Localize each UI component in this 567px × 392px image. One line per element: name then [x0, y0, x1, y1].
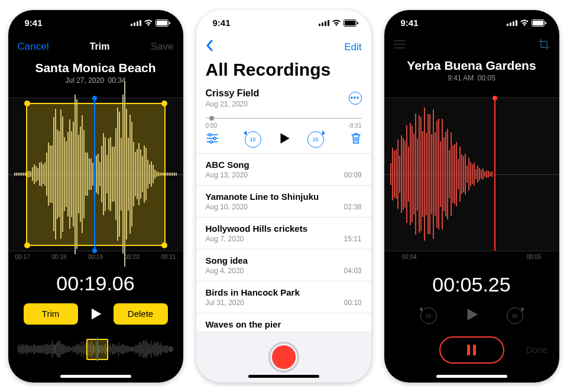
item-date: Aug 7, 2020: [206, 235, 308, 243]
svg-rect-13: [357, 22, 358, 24]
options-icon[interactable]: [206, 133, 219, 146]
trim-nav: Cancel Trim Save: [8, 36, 183, 57]
status-icons: [507, 20, 546, 27]
status-icons: [319, 20, 358, 27]
overview-waveform[interactable]: [18, 338, 174, 361]
play-button[interactable]: [463, 306, 481, 326]
skip-forward-button[interactable]: 15: [307, 131, 324, 148]
recording-meta: Jul 27, 2020 00:34: [8, 76, 183, 85]
svg-rect-2: [137, 21, 138, 26]
trim-handle-left-top[interactable]: [24, 101, 30, 106]
trim-screen: 9:41 Cancel Trim Save Santa Monica Beach…: [8, 10, 183, 383]
skip-back-button[interactable]: 15: [420, 307, 437, 324]
item-name: Hollywood Hills crickets: [206, 223, 308, 234]
svg-rect-10: [328, 20, 329, 26]
skip-back-button[interactable]: 15: [245, 131, 261, 148]
rec-top-row: [384, 36, 559, 55]
more-button[interactable]: •••: [349, 92, 362, 105]
cellular-icon: [319, 20, 329, 26]
trash-icon[interactable]: [350, 132, 362, 147]
delete-button[interactable]: Delete: [114, 303, 168, 325]
status-time: 9:41: [213, 18, 231, 28]
svg-point-17: [209, 134, 211, 136]
crop-icon[interactable]: [538, 38, 550, 53]
timer: 00:05.25: [384, 273, 559, 296]
svg-rect-23: [516, 20, 517, 26]
overview-playhead[interactable]: [97, 338, 98, 361]
item-date: Aug 13, 2020: [206, 171, 250, 179]
page-title: All Recordings: [206, 60, 362, 80]
battery-icon: [155, 20, 170, 27]
cancel-button[interactable]: Cancel: [18, 41, 49, 53]
pause-button[interactable]: [439, 336, 504, 364]
home-indicator[interactable]: [248, 375, 319, 378]
list-item[interactable]: Song ideaAug 4, 202004:03: [196, 250, 371, 281]
home-indicator[interactable]: [60, 375, 131, 378]
playback-controls: 15 15: [384, 306, 559, 326]
svg-rect-21: [510, 22, 511, 26]
waveform: [384, 103, 559, 246]
trim-handle-right-bot[interactable]: [161, 242, 167, 248]
wifi-icon: [332, 20, 341, 26]
scrubber-knob[interactable]: [209, 116, 214, 121]
list-item[interactable]: Yamanote Line to ShinjukuAug 10, 202002:…: [196, 186, 371, 218]
item-name: Yamanote Line to Shinjuku: [206, 192, 319, 202]
list-nav: Edit: [196, 36, 371, 57]
scrubber[interactable]: 0:00 -8:31: [206, 114, 362, 122]
live-waveform: [384, 98, 559, 251]
play-button[interactable]: [277, 131, 292, 148]
svg-rect-8: [322, 22, 323, 26]
battery-icon: [344, 20, 358, 27]
recording-meta: 9:41 AM 00:05: [384, 74, 559, 82]
item-name: Waves on the pier: [206, 319, 281, 329]
status-icons: [131, 20, 170, 27]
home-indicator[interactable]: [436, 375, 507, 378]
svg-rect-26: [545, 22, 546, 24]
back-button[interactable]: [206, 40, 213, 55]
svg-rect-9: [325, 21, 326, 26]
record-head: [494, 98, 495, 251]
menu-icon[interactable]: [394, 40, 406, 51]
item-name: Song idea: [206, 255, 248, 265]
expanded-recording[interactable]: Crissy Field Aug 21, 2020 ••• 0:00 -8:31…: [196, 85, 371, 154]
cellular-icon: [507, 20, 517, 26]
waveform-editor[interactable]: [8, 98, 183, 251]
record-controls: Done: [384, 336, 559, 364]
recording-title: Santa Monica Beach: [8, 61, 183, 75]
trim-controls: Trim Delete: [8, 303, 183, 325]
edit-button[interactable]: Edit: [344, 41, 361, 53]
recording-screen: 9:41 Yerba Buena Gardens 9:41 AM 00:05: [384, 10, 559, 383]
list-item[interactable]: ABC SongAug 13, 202000:09: [196, 154, 371, 186]
item-date: Aug 10, 2020: [206, 203, 319, 211]
record-button[interactable]: [268, 342, 299, 372]
list-item[interactable]: Birds in Hancock ParkJul 31, 202000:10: [196, 281, 371, 313]
svg-rect-22: [513, 21, 514, 26]
skip-forward-button[interactable]: 15: [507, 307, 523, 324]
svg-rect-6: [169, 22, 170, 24]
save-button[interactable]: Save: [151, 41, 174, 53]
trim-handle-right-top[interactable]: [161, 101, 167, 106]
wifi-icon: [520, 20, 529, 26]
svg-rect-1: [134, 22, 135, 26]
done-button[interactable]: Done: [526, 345, 547, 355]
list-item[interactable]: Hollywood Hills cricketsAug 7, 202015:11: [196, 218, 371, 250]
svg-rect-20: [507, 24, 508, 26]
expanded-date: Aug 21, 2020: [206, 100, 260, 108]
item-duration: 00:09: [344, 171, 361, 179]
status-time: 9:41: [25, 18, 43, 28]
scrub-pos: 0:00: [206, 122, 217, 129]
svg-rect-25: [533, 21, 543, 25]
recording-title: Yerba Buena Gardens: [384, 59, 559, 73]
trim-button[interactable]: Trim: [24, 303, 78, 325]
trim-handle-left-bot[interactable]: [24, 242, 30, 248]
nav-title: Trim: [90, 41, 110, 52]
trim-selection[interactable]: [26, 103, 166, 246]
play-button[interactable]: [88, 306, 104, 322]
playback-controls: 15 15: [206, 131, 362, 148]
pause-icon: [467, 345, 476, 355]
svg-rect-7: [319, 24, 320, 26]
svg-point-19: [210, 141, 212, 143]
status-time: 9:41: [401, 18, 419, 28]
playhead[interactable]: [94, 98, 95, 251]
item-duration: 02:38: [344, 203, 361, 211]
